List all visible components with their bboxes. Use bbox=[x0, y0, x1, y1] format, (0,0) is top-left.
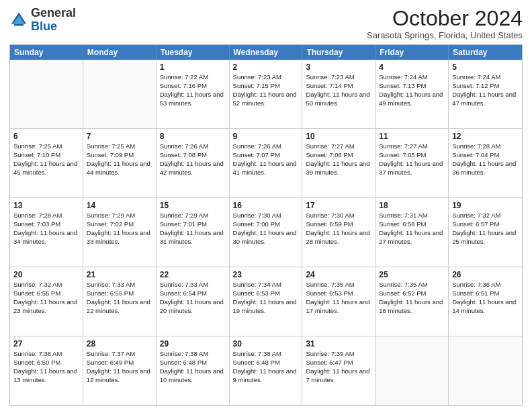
daylight-hours: Daylight: 11 hours and 33 minutes. bbox=[87, 229, 152, 246]
day-number: 22 bbox=[160, 269, 226, 280]
daylight-hours: Daylight: 11 hours and 52 minutes. bbox=[233, 91, 299, 108]
daylight-hours: Daylight: 11 hours and 42 minutes. bbox=[160, 160, 226, 177]
page: General Blue October 2024 Sarasota Sprin… bbox=[0, 0, 532, 411]
sunset-time: Sunset: 6:52 PM bbox=[379, 289, 445, 298]
day-number: 7 bbox=[87, 131, 152, 142]
sunset-time: Sunset: 6:48 PM bbox=[160, 359, 226, 367]
sunset-time: Sunset: 7:15 PM bbox=[233, 82, 299, 91]
sunrise-time: Sunrise: 7:27 AM bbox=[306, 142, 371, 151]
calendar-day-11: 11Sunrise: 7:27 AMSunset: 7:05 PMDayligh… bbox=[375, 129, 449, 197]
calendar-day-8: 8Sunrise: 7:26 AMSunset: 7:08 PMDaylight… bbox=[157, 129, 230, 197]
sunrise-time: Sunrise: 7:36 AM bbox=[452, 281, 519, 289]
day-number: 8 bbox=[160, 131, 226, 142]
sunset-time: Sunset: 6:54 PM bbox=[160, 289, 226, 298]
logo: General Blue bbox=[9, 7, 76, 34]
sunrise-time: Sunrise: 7:35 AM bbox=[379, 281, 445, 289]
day-number: 31 bbox=[306, 338, 371, 349]
sunrise-time: Sunrise: 7:25 AM bbox=[87, 142, 152, 151]
generalblue-logo-icon bbox=[9, 11, 28, 30]
daylight-hours: Daylight: 11 hours and 23 minutes. bbox=[13, 298, 79, 316]
day-number: 15 bbox=[160, 200, 226, 211]
calendar-day-16: 16Sunrise: 7:30 AMSunset: 7:00 PMDayligh… bbox=[230, 198, 303, 267]
daylight-hours: Daylight: 11 hours and 25 minutes. bbox=[452, 229, 519, 246]
daylight-hours: Daylight: 11 hours and 17 minutes. bbox=[306, 298, 371, 316]
day-number: 27 bbox=[13, 338, 79, 349]
calendar-week-5: 27Sunrise: 7:36 AMSunset: 6:50 PMDayligh… bbox=[10, 336, 522, 405]
day-number: 1 bbox=[160, 62, 226, 73]
calendar-day-9: 9Sunrise: 7:26 AMSunset: 7:07 PMDaylight… bbox=[230, 129, 303, 197]
daylight-hours: Daylight: 11 hours and 45 minutes. bbox=[13, 160, 79, 177]
calendar-day-26: 26Sunrise: 7:36 AMSunset: 6:51 PMDayligh… bbox=[449, 267, 522, 336]
daylight-hours: Daylight: 11 hours and 27 minutes. bbox=[379, 229, 445, 246]
calendar-empty-cell bbox=[449, 336, 522, 405]
month-title: October 2024 bbox=[367, 7, 523, 30]
sunset-time: Sunset: 7:08 PM bbox=[160, 151, 226, 160]
day-number: 21 bbox=[87, 269, 152, 280]
sunrise-time: Sunrise: 7:29 AM bbox=[87, 212, 152, 220]
calendar: SundayMondayTuesdayWednesdayThursdayFrid… bbox=[9, 44, 523, 406]
daylight-hours: Daylight: 11 hours and 34 minutes. bbox=[13, 229, 79, 246]
header-day-thursday: Thursday bbox=[302, 45, 375, 60]
calendar-day-22: 22Sunrise: 7:33 AMSunset: 6:54 PMDayligh… bbox=[157, 267, 230, 336]
sunrise-time: Sunrise: 7:26 AM bbox=[160, 142, 226, 151]
day-number: 26 bbox=[452, 269, 519, 280]
daylight-hours: Daylight: 11 hours and 7 minutes. bbox=[306, 367, 371, 385]
sunrise-time: Sunrise: 7:39 AM bbox=[306, 350, 371, 359]
sunset-time: Sunset: 7:09 PM bbox=[87, 151, 152, 160]
daylight-hours: Daylight: 11 hours and 22 minutes. bbox=[87, 298, 152, 316]
calendar-day-30: 30Sunrise: 7:38 AMSunset: 6:48 PMDayligh… bbox=[230, 336, 303, 405]
header-day-wednesday: Wednesday bbox=[230, 45, 303, 60]
sunrise-time: Sunrise: 7:32 AM bbox=[452, 212, 519, 220]
sunrise-time: Sunrise: 7:22 AM bbox=[160, 73, 226, 82]
calendar-day-27: 27Sunrise: 7:36 AMSunset: 6:50 PMDayligh… bbox=[10, 336, 83, 405]
sunset-time: Sunset: 6:56 PM bbox=[13, 289, 79, 298]
sunset-time: Sunset: 6:48 PM bbox=[233, 359, 299, 367]
calendar-day-21: 21Sunrise: 7:33 AMSunset: 6:55 PMDayligh… bbox=[83, 267, 157, 336]
header-day-tuesday: Tuesday bbox=[157, 45, 230, 60]
daylight-hours: Daylight: 11 hours and 12 minutes. bbox=[87, 367, 152, 385]
calendar-day-25: 25Sunrise: 7:35 AMSunset: 6:52 PMDayligh… bbox=[375, 267, 449, 336]
sunset-time: Sunset: 7:05 PM bbox=[379, 151, 445, 160]
daylight-hours: Daylight: 11 hours and 36 minutes. bbox=[452, 160, 519, 177]
sunrise-time: Sunrise: 7:23 AM bbox=[306, 73, 371, 82]
logo-text: General Blue bbox=[31, 7, 76, 34]
daylight-hours: Daylight: 11 hours and 31 minutes. bbox=[160, 229, 226, 246]
sunrise-time: Sunrise: 7:24 AM bbox=[452, 73, 519, 82]
day-number: 18 bbox=[379, 200, 445, 211]
calendar-day-24: 24Sunrise: 7:35 AMSunset: 6:53 PMDayligh… bbox=[302, 267, 375, 336]
sunset-time: Sunset: 7:01 PM bbox=[160, 220, 226, 229]
sunrise-time: Sunrise: 7:30 AM bbox=[233, 212, 299, 220]
sunrise-time: Sunrise: 7:28 AM bbox=[452, 142, 519, 151]
day-number: 3 bbox=[306, 62, 371, 73]
sunrise-time: Sunrise: 7:29 AM bbox=[160, 212, 226, 220]
header-day-sunday: Sunday bbox=[10, 45, 83, 60]
sunset-time: Sunset: 7:06 PM bbox=[306, 151, 371, 160]
sunrise-time: Sunrise: 7:31 AM bbox=[379, 212, 445, 220]
daylight-hours: Daylight: 11 hours and 37 minutes. bbox=[379, 160, 445, 177]
sunset-time: Sunset: 6:55 PM bbox=[87, 289, 152, 298]
day-number: 10 bbox=[306, 131, 371, 142]
daylight-hours: Daylight: 11 hours and 49 minutes. bbox=[379, 91, 445, 108]
calendar-day-29: 29Sunrise: 7:38 AMSunset: 6:48 PMDayligh… bbox=[157, 336, 230, 405]
daylight-hours: Daylight: 11 hours and 20 minutes. bbox=[160, 298, 226, 316]
sunset-time: Sunset: 6:47 PM bbox=[306, 359, 371, 367]
location-subtitle: Sarasota Springs, Florida, United States bbox=[367, 30, 523, 40]
sunset-time: Sunset: 7:16 PM bbox=[160, 82, 226, 91]
calendar-empty-cell bbox=[83, 60, 157, 128]
sunrise-time: Sunrise: 7:24 AM bbox=[379, 73, 445, 82]
sunrise-time: Sunrise: 7:23 AM bbox=[233, 73, 299, 82]
day-number: 24 bbox=[306, 269, 371, 280]
daylight-hours: Daylight: 11 hours and 39 minutes. bbox=[306, 160, 371, 177]
header: General Blue October 2024 Sarasota Sprin… bbox=[9, 7, 523, 40]
daylight-hours: Daylight: 11 hours and 50 minutes. bbox=[306, 91, 371, 108]
sunset-time: Sunset: 6:57 PM bbox=[452, 220, 519, 229]
calendar-day-1: 1Sunrise: 7:22 AMSunset: 7:16 PMDaylight… bbox=[157, 60, 230, 128]
header-day-monday: Monday bbox=[83, 45, 157, 60]
calendar-day-7: 7Sunrise: 7:25 AMSunset: 7:09 PMDaylight… bbox=[83, 129, 157, 197]
day-number: 19 bbox=[452, 200, 519, 211]
sunset-time: Sunset: 6:58 PM bbox=[379, 220, 445, 229]
sunset-time: Sunset: 7:14 PM bbox=[306, 82, 371, 91]
day-number: 16 bbox=[233, 200, 299, 211]
calendar-week-3: 13Sunrise: 7:28 AMSunset: 7:03 PMDayligh… bbox=[10, 197, 522, 267]
daylight-hours: Daylight: 11 hours and 16 minutes. bbox=[379, 298, 445, 316]
